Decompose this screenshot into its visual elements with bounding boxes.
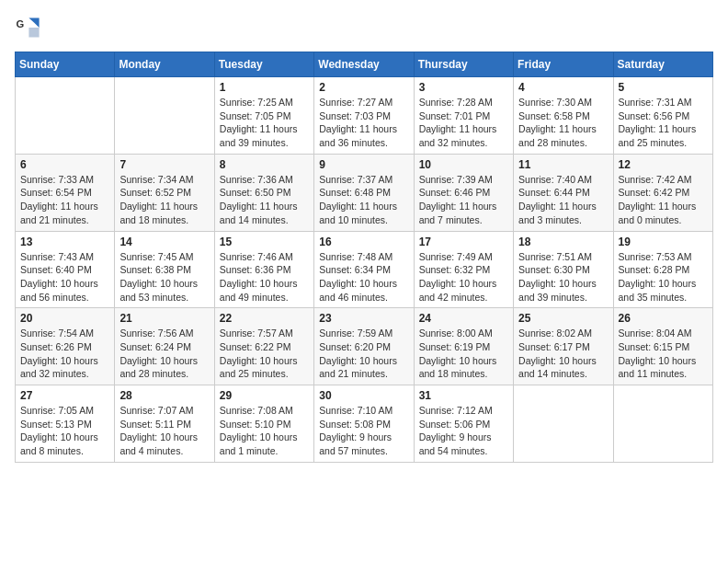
day-number: 14 [119, 236, 209, 248]
calendar-cell: 1Sunrise: 7:25 AM Sunset: 7:05 PM Daylig… [214, 77, 313, 155]
calendar-cell: 23Sunrise: 7:59 AM Sunset: 6:20 PM Dayli… [314, 308, 414, 385]
calendar-cell: 26Sunrise: 8:04 AM Sunset: 6:15 PM Dayli… [613, 308, 712, 385]
day-info: Sunrise: 7:51 AM Sunset: 6:30 PM Dayligh… [518, 250, 608, 304]
day-info: Sunrise: 7:43 AM Sunset: 6:40 PM Dayligh… [20, 250, 109, 304]
day-number: 24 [419, 312, 508, 325]
day-number: 17 [419, 236, 508, 248]
calendar-cell: 11Sunrise: 7:40 AM Sunset: 6:44 PM Dayli… [514, 154, 613, 231]
day-info: Sunrise: 7:31 AM Sunset: 6:56 PM Dayligh… [619, 96, 708, 150]
day-number: 16 [319, 236, 408, 248]
day-info: Sunrise: 7:54 AM Sunset: 6:26 PM Dayligh… [20, 327, 109, 381]
day-number: 12 [619, 158, 708, 171]
calendar-cell: 4Sunrise: 7:30 AM Sunset: 6:58 PM Daylig… [514, 77, 613, 155]
calendar-cell: 21Sunrise: 7:56 AM Sunset: 6:24 PM Dayli… [115, 308, 214, 385]
svg-marker-2 [28, 28, 39, 38]
calendar-week-row: 20Sunrise: 7:54 AM Sunset: 6:26 PM Dayli… [16, 308, 713, 385]
calendar-cell: 16Sunrise: 7:48 AM Sunset: 6:34 PM Dayli… [314, 231, 414, 308]
day-info: Sunrise: 7:10 AM Sunset: 5:08 PM Dayligh… [319, 404, 408, 458]
svg-marker-1 [28, 18, 39, 29]
calendar-cell: 17Sunrise: 7:49 AM Sunset: 6:32 PM Dayli… [414, 231, 513, 308]
day-number: 2 [319, 81, 408, 94]
calendar-cell: 28Sunrise: 7:07 AM Sunset: 5:11 PM Dayli… [115, 385, 214, 463]
day-number: 27 [20, 389, 109, 402]
day-info: Sunrise: 7:45 AM Sunset: 6:38 PM Dayligh… [119, 250, 209, 304]
weekday-header: Tuesday [214, 52, 313, 77]
day-number: 20 [20, 312, 109, 325]
day-info: Sunrise: 8:00 AM Sunset: 6:19 PM Dayligh… [419, 327, 508, 381]
logo-icon: G [15, 15, 40, 40]
day-info: Sunrise: 7:34 AM Sunset: 6:52 PM Dayligh… [119, 173, 209, 227]
calendar-cell: 8Sunrise: 7:36 AM Sunset: 6:50 PM Daylig… [214, 154, 313, 231]
day-info: Sunrise: 7:07 AM Sunset: 5:11 PM Dayligh… [119, 404, 209, 458]
day-info: Sunrise: 8:02 AM Sunset: 6:17 PM Dayligh… [518, 327, 608, 381]
day-info: Sunrise: 7:39 AM Sunset: 6:46 PM Dayligh… [419, 173, 508, 227]
weekday-header: Thursday [414, 52, 513, 77]
day-info: Sunrise: 7:57 AM Sunset: 6:22 PM Dayligh… [220, 327, 309, 381]
weekday-header: Sunday [16, 52, 115, 77]
svg-text:G: G [16, 18, 24, 29]
day-info: Sunrise: 7:27 AM Sunset: 7:03 PM Dayligh… [319, 96, 408, 150]
day-info: Sunrise: 7:49 AM Sunset: 6:32 PM Dayligh… [419, 250, 508, 304]
day-number: 15 [220, 236, 309, 248]
day-info: Sunrise: 7:56 AM Sunset: 6:24 PM Dayligh… [119, 327, 209, 381]
day-info: Sunrise: 7:40 AM Sunset: 6:44 PM Dayligh… [518, 173, 608, 227]
day-number: 9 [319, 158, 408, 171]
calendar-week-row: 6Sunrise: 7:33 AM Sunset: 6:54 PM Daylig… [16, 154, 713, 231]
day-info: Sunrise: 7:48 AM Sunset: 6:34 PM Dayligh… [319, 250, 408, 304]
day-number: 31 [419, 389, 508, 402]
day-number: 26 [619, 312, 708, 325]
calendar-cell: 13Sunrise: 7:43 AM Sunset: 6:40 PM Dayli… [16, 231, 115, 308]
day-number: 18 [518, 236, 608, 248]
weekday-header: Wednesday [314, 52, 414, 77]
day-number: 28 [119, 389, 209, 402]
day-number: 13 [20, 236, 109, 248]
day-number: 6 [20, 158, 109, 171]
day-number: 23 [319, 312, 408, 325]
calendar-week-row: 13Sunrise: 7:43 AM Sunset: 6:40 PM Dayli… [16, 231, 713, 308]
calendar-cell: 19Sunrise: 7:53 AM Sunset: 6:28 PM Dayli… [613, 231, 712, 308]
calendar-cell: 29Sunrise: 7:08 AM Sunset: 5:10 PM Dayli… [214, 385, 313, 463]
day-number: 22 [220, 312, 309, 325]
day-number: 3 [419, 81, 508, 94]
day-info: Sunrise: 7:36 AM Sunset: 6:50 PM Dayligh… [220, 173, 309, 227]
day-number: 5 [619, 81, 708, 94]
day-info: Sunrise: 8:04 AM Sunset: 6:15 PM Dayligh… [619, 327, 708, 381]
day-number: 10 [419, 158, 508, 171]
day-number: 8 [220, 158, 309, 171]
day-number: 11 [518, 158, 608, 171]
day-number: 21 [119, 312, 209, 325]
day-number: 25 [518, 312, 608, 325]
calendar-week-row: 27Sunrise: 7:05 AM Sunset: 5:13 PM Dayli… [16, 385, 713, 463]
calendar-cell: 3Sunrise: 7:28 AM Sunset: 7:01 PM Daylig… [414, 77, 513, 155]
calendar-cell: 6Sunrise: 7:33 AM Sunset: 6:54 PM Daylig… [16, 154, 115, 231]
weekday-header: Friday [514, 52, 613, 77]
day-info: Sunrise: 7:08 AM Sunset: 5:10 PM Dayligh… [220, 404, 309, 458]
logo: G [15, 15, 44, 40]
calendar-cell: 25Sunrise: 8:02 AM Sunset: 6:17 PM Dayli… [514, 308, 613, 385]
calendar-cell: 24Sunrise: 8:00 AM Sunset: 6:19 PM Dayli… [414, 308, 513, 385]
day-info: Sunrise: 7:30 AM Sunset: 6:58 PM Dayligh… [518, 96, 608, 150]
calendar-table: SundayMondayTuesdayWednesdayThursdayFrid… [15, 52, 713, 463]
day-number: 1 [220, 81, 309, 94]
calendar-cell: 14Sunrise: 7:45 AM Sunset: 6:38 PM Dayli… [115, 231, 214, 308]
calendar-cell [514, 385, 613, 463]
day-info: Sunrise: 7:33 AM Sunset: 6:54 PM Dayligh… [20, 173, 109, 227]
calendar-cell: 31Sunrise: 7:12 AM Sunset: 5:06 PM Dayli… [414, 385, 513, 463]
calendar-cell: 9Sunrise: 7:37 AM Sunset: 6:48 PM Daylig… [314, 154, 414, 231]
calendar-cell: 2Sunrise: 7:27 AM Sunset: 7:03 PM Daylig… [314, 77, 414, 155]
day-number: 7 [119, 158, 209, 171]
day-number: 29 [220, 389, 309, 402]
calendar-cell: 15Sunrise: 7:46 AM Sunset: 6:36 PM Dayli… [214, 231, 313, 308]
calendar-cell [16, 77, 115, 155]
calendar-cell: 10Sunrise: 7:39 AM Sunset: 6:46 PM Dayli… [414, 154, 513, 231]
day-info: Sunrise: 7:05 AM Sunset: 5:13 PM Dayligh… [20, 404, 109, 458]
weekday-header: Monday [115, 52, 214, 77]
calendar-cell: 5Sunrise: 7:31 AM Sunset: 6:56 PM Daylig… [613, 77, 712, 155]
calendar-cell: 27Sunrise: 7:05 AM Sunset: 5:13 PM Dayli… [16, 385, 115, 463]
calendar-cell: 30Sunrise: 7:10 AM Sunset: 5:08 PM Dayli… [314, 385, 414, 463]
weekday-header: Saturday [613, 52, 712, 77]
day-number: 4 [518, 81, 608, 94]
day-info: Sunrise: 7:25 AM Sunset: 7:05 PM Dayligh… [220, 96, 309, 150]
day-info: Sunrise: 7:28 AM Sunset: 7:01 PM Dayligh… [419, 96, 508, 150]
calendar-header-row: SundayMondayTuesdayWednesdayThursdayFrid… [16, 52, 713, 77]
